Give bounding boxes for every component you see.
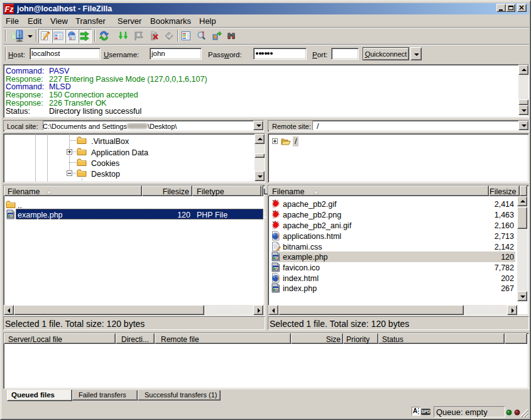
svg-text:Fz: Fz [5,5,14,14]
